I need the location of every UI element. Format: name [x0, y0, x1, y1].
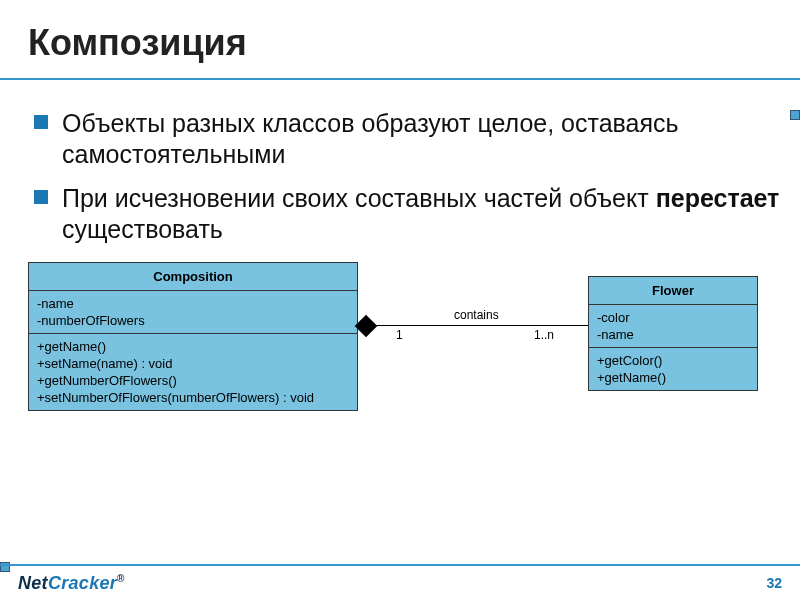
decoration-square-icon [790, 110, 800, 120]
bullet-item: Объекты разных классов образуют целое, о… [28, 108, 784, 169]
uml-class-name: Flower [589, 277, 757, 304]
uml-attr: -name [597, 326, 749, 343]
uml-class-composition: Composition -name -numberOfFlowers +getN… [28, 262, 358, 411]
registered-icon: ® [117, 573, 125, 584]
uml-op: +getNumberOfFlowers() [37, 372, 349, 389]
relation-label: contains [454, 308, 499, 322]
uml-op: +setName(name) : void [37, 355, 349, 372]
uml-ops: +getName() +setName(name) : void +getNum… [29, 333, 357, 410]
multiplicity-left: 1 [396, 328, 403, 342]
bullet-item: При исчезновении своих составных частей … [28, 183, 784, 244]
uml-attrs: -name -numberOfFlowers [29, 290, 357, 333]
uml-op: +getName() [597, 369, 749, 386]
uml-composition-connector: contains 1 1..n [358, 314, 588, 338]
connector-line [374, 325, 588, 326]
uml-class-flower: Flower -color -name +getColor() +getName… [588, 276, 758, 391]
logo: NetCracker® [18, 573, 125, 594]
bullet-text: При исчезновении своих составных частей … [62, 184, 656, 212]
composition-diamond-icon [355, 315, 378, 338]
slide-title: Композиция [0, 0, 800, 64]
bullet-text: Объекты разных классов образуют целое, о… [62, 109, 679, 168]
uml-ops: +getColor() +getName() [589, 347, 757, 390]
logo-part-cracker: Cracker [48, 573, 117, 593]
footer: NetCracker® 32 [0, 564, 800, 600]
uml-op: +setNumberOfFlowers(numberOfFlowers) : v… [37, 389, 349, 406]
content: Объекты разных классов образуют целое, о… [0, 80, 800, 452]
uml-op: +getName() [37, 338, 349, 355]
uml-op: +getColor() [597, 352, 749, 369]
multiplicity-right: 1..n [534, 328, 554, 342]
uml-attr: -numberOfFlowers [37, 312, 349, 329]
uml-attr: -color [597, 309, 749, 326]
uml-class-name: Composition [29, 263, 357, 290]
bullet-list: Объекты разных классов образуют целое, о… [28, 108, 784, 244]
bullet-suffix: существовать [62, 215, 223, 243]
uml-diagram: Composition -name -numberOfFlowers +getN… [28, 262, 784, 452]
uml-attrs: -color -name [589, 304, 757, 347]
uml-attr: -name [37, 295, 349, 312]
bullet-bold: перестает [656, 184, 780, 212]
slide: Композиция Объекты разных классов образу… [0, 0, 800, 600]
logo-part-net: Net [18, 573, 48, 593]
page-number: 32 [766, 575, 782, 591]
